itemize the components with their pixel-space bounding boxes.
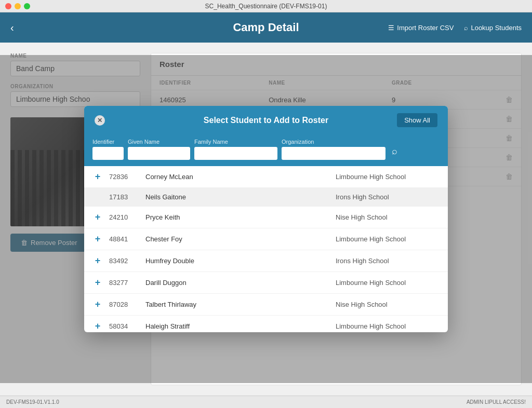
student-name: Corney McLean — [145, 173, 336, 181]
student-org: Nise High School — [336, 213, 440, 221]
add-student-button[interactable]: + — [92, 255, 103, 266]
search-button[interactable]: ⌕ — [390, 144, 400, 159]
lookup-icon: ⌕ — [464, 24, 468, 32]
lookup-label: Lookup Students — [471, 24, 522, 32]
status-right: ADMIN LIPULL ACCESS! — [467, 399, 526, 405]
student-name: Chester Foy — [145, 235, 336, 243]
student-name: Neils Gaitone — [145, 193, 336, 201]
student-id: 83277 — [109, 279, 145, 287]
add-student-button[interactable]: + — [92, 277, 103, 288]
list-item: + 83492 Humfrey Double Irons High School — [84, 250, 448, 272]
student-id: 83492 — [109, 257, 145, 265]
search-family-label: Family Name — [194, 139, 277, 145]
search-family-input[interactable] — [194, 147, 277, 160]
modal-header: ✕ Select Student to Add to Roster Show A… — [84, 106, 448, 134]
modal-title: Select Student to Add to Roster — [204, 116, 328, 125]
search-id-label: Identifier — [92, 139, 124, 145]
add-student-button[interactable]: + — [92, 321, 103, 332]
search-org-field: Organization — [282, 139, 385, 160]
search-org-label: Organization — [282, 139, 385, 145]
page-title: Camp Detail — [233, 21, 299, 34]
list-item: + 83277 Darill Duggon Limbourne High Sch… — [84, 272, 448, 294]
modal-close-button[interactable]: ✕ — [95, 115, 105, 126]
minimize-button[interactable] — [15, 3, 21, 9]
student-id: 87028 — [109, 301, 145, 308]
status-bar: DEV-FMS19-01.V1.1.0 ADMIN LIPULL ACCESS! — [0, 396, 532, 408]
student-name: Haleigh Stratiff — [145, 322, 336, 330]
add-student-button[interactable]: + — [92, 171, 103, 182]
student-org: Irons High School — [336, 257, 440, 265]
add-student-button[interactable]: + — [92, 299, 103, 310]
list-item: + 58034 Haleigh Stratiff Limbourne High … — [84, 316, 448, 332]
list-item: + 24210 Pryce Keith Nise High School — [84, 207, 448, 228]
student-id: 17183 — [109, 193, 145, 201]
student-list: + 72836 Corney McLean Limbourne High Sch… — [84, 166, 448, 332]
student-id: 58034 — [109, 322, 145, 330]
student-org: Limbourne High School — [336, 235, 440, 243]
student-id: 48841 — [109, 235, 145, 243]
student-id: 24210 — [109, 213, 145, 221]
close-button[interactable] — [5, 3, 11, 9]
search-id-input[interactable] — [92, 147, 124, 160]
import-icon: ☰ — [388, 24, 394, 32]
search-given-field: Given Name — [128, 139, 190, 160]
search-given-label: Given Name — [128, 139, 190, 145]
window-controls — [5, 3, 30, 9]
modal-search-bar: Identifier Given Name Family Name Organi… — [84, 134, 448, 166]
status-left: DEV-FMS19-01.V1.1.0 — [6, 399, 59, 405]
student-org: Nise High School — [336, 301, 440, 308]
import-roster-button[interactable]: ☰ Import Roster CSV — [388, 24, 454, 32]
add-student-button[interactable]: + — [92, 234, 103, 244]
student-org: Irons High School — [336, 193, 440, 201]
list-item: + 48841 Chester Foy Limbourne High Schoo… — [84, 228, 448, 250]
search-family-field: Family Name — [194, 139, 277, 160]
search-org-input[interactable] — [282, 147, 385, 160]
app-header: ‹ Camp Detail ☰ Import Roster CSV ⌕ Look… — [0, 12, 532, 43]
window-title: SC_Health_Questionnaire (DEV-FMS19-01) — [205, 3, 327, 10]
lookup-students-button[interactable]: ⌕ Lookup Students — [464, 24, 522, 32]
list-item: 17183 Neils Gaitone Irons High School — [84, 188, 448, 207]
import-label: Import Roster CSV — [397, 24, 454, 32]
student-name: Humfrey Double — [145, 257, 336, 265]
maximize-button[interactable] — [24, 3, 30, 9]
select-student-modal: ✕ Select Student to Add to Roster Show A… — [84, 106, 448, 332]
back-button[interactable]: ‹ — [10, 22, 14, 34]
student-org: Limbourne High School — [336, 173, 440, 181]
student-name: Darill Duggon — [145, 279, 336, 287]
student-id: 72836 — [109, 173, 145, 181]
student-org: Limbourne High School — [336, 322, 440, 330]
add-student-button[interactable]: + — [92, 212, 103, 223]
modal-overlay: ✕ Select Student to Add to Roster Show A… — [0, 55, 532, 383]
list-item: + 72836 Corney McLean Limbourne High Sch… — [84, 166, 448, 188]
student-name: Pryce Keith — [145, 213, 336, 221]
title-bar: SC_Health_Questionnaire (DEV-FMS19-01) — [0, 0, 532, 12]
search-id-field: Identifier — [92, 139, 124, 160]
list-item: + 87028 Talbert Thirlaway Nise High Scho… — [84, 294, 448, 316]
main-content: NAME Band Camp ORGANIZATION Limbourne Hi… — [0, 43, 532, 396]
header-actions: ☰ Import Roster CSV ⌕ Lookup Students — [388, 24, 522, 32]
show-all-button[interactable]: Show All — [397, 113, 437, 127]
student-name: Talbert Thirlaway — [145, 301, 336, 308]
search-given-input[interactable] — [128, 147, 190, 160]
student-org: Limbourne High School — [336, 279, 440, 287]
